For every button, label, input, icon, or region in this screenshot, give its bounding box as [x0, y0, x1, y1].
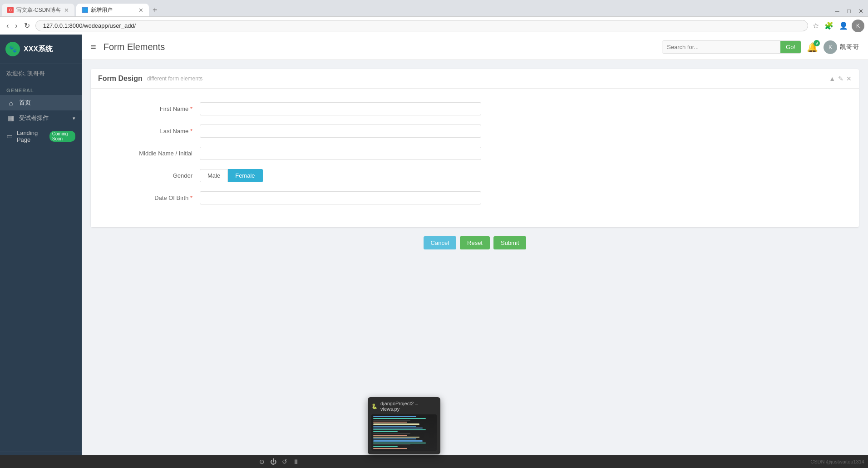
taskbar-popup-title: 🐍 djangoProject2 – views.py — [371, 401, 437, 412]
tab-close-csdn[interactable]: ✕ — [64, 7, 69, 14]
address-bar: ‹ › ↻ ☆ 🧩 👤 K — [0, 16, 868, 35]
code-line-9 — [373, 431, 398, 432]
sidebar-item-label-home: 首页 — [19, 99, 31, 107]
form-actions: Cancel Reset Submit — [91, 236, 859, 249]
card-title: Form Design — [98, 75, 143, 83]
code-line-14 — [373, 440, 423, 441]
sidebar-item-landing[interactable]: ▭ Landing Page Coming Soon — [0, 126, 82, 147]
window-controls: ─ □ ✕ — [832, 5, 868, 16]
card-actions: ▲ ✎ ✕ — [829, 75, 852, 82]
topbar: ≡ Form Elements Go! 🔔 9 K 凯哥哥 — [82, 35, 868, 60]
user-name: 凯哥哥 — [840, 43, 859, 51]
search-bar: Go! — [662, 40, 801, 54]
gender-female-button[interactable]: Female — [228, 169, 262, 182]
code-line-8 — [373, 429, 426, 430]
code-line-6 — [373, 426, 416, 427]
code-line-10 — [373, 433, 410, 434]
extensions-icon[interactable]: 🧩 — [823, 20, 835, 31]
last-name-label: Last Name * — [100, 128, 200, 134]
dob-label: Date Of Birth * — [100, 194, 200, 201]
card-collapse-button[interactable]: ▲ — [829, 75, 835, 82]
page-title: Form Elements — [104, 42, 662, 52]
gender-male-button[interactable]: Male — [200, 169, 228, 182]
card-subtitle: different form elements — [147, 75, 203, 82]
tab-close-new-user[interactable]: ✕ — [138, 7, 143, 14]
card-body: First Name * Last Name * — [91, 89, 859, 227]
landing-icon: ▭ — [6, 132, 13, 140]
address-input[interactable] — [35, 20, 808, 31]
home-icon: ⌂ — [6, 99, 15, 107]
python-icon: 🐍 — [371, 403, 378, 409]
sidebar-welcome: 欢迎你, 凯哥哥 — [0, 64, 82, 83]
code-line-2 — [373, 418, 426, 419]
card-close-button[interactable]: ✕ — [846, 75, 852, 82]
close-button[interactable]: ✕ — [855, 5, 866, 16]
middle-name-label: Middle Name / Initial — [100, 150, 200, 157]
required-marker-2: * — [190, 128, 192, 134]
card-edit-button[interactable]: ✎ — [838, 75, 843, 82]
code-preview — [371, 414, 437, 451]
taskbar-icons: ⊙ ⏻ ↺ ⏸ — [259, 458, 299, 465]
exam-icon: ▦ — [6, 114, 15, 122]
middle-name-input[interactable] — [200, 147, 481, 160]
required-marker-3: * — [190, 194, 192, 201]
user-avatar: K — [824, 40, 837, 54]
minimize-button[interactable]: ─ — [832, 5, 843, 16]
card-header: Form Design different form elements ▲ ✎ … — [91, 69, 859, 89]
notification-count: 9 — [814, 40, 820, 46]
search-go-button[interactable]: Go! — [780, 41, 801, 53]
tab-csdn[interactable]: C 写文章-CSDN博客 ✕ — [2, 4, 74, 16]
reset-button[interactable]: Reset — [460, 236, 490, 249]
code-line-16 — [373, 444, 410, 445]
gender-label: Gender — [100, 172, 200, 179]
forward-button[interactable]: › — [12, 20, 20, 31]
search-input[interactable] — [662, 41, 780, 53]
notification-bell[interactable]: 🔔 9 — [807, 42, 818, 53]
brand: 🐾 XXX系统 — [0, 35, 82, 64]
topbar-right: Go! 🔔 9 K 凯哥哥 — [662, 40, 859, 54]
cancel-button[interactable]: Cancel — [424, 236, 456, 249]
taskbar-refresh-icon[interactable]: ↺ — [282, 458, 287, 465]
code-line-17 — [373, 446, 398, 447]
watermark-text: CSDN @justwaitou1314 — [810, 459, 864, 464]
coming-soon-badge: Coming Soon — [49, 131, 75, 142]
tab-favicon-new-user: 🌐 — [82, 7, 88, 13]
chevron-down-icon: ▾ — [73, 115, 75, 121]
tab-new-user[interactable]: 🌐 新增用户 ✕ — [76, 4, 149, 16]
hamburger-icon[interactable]: ≡ — [91, 42, 96, 52]
main-content: ≡ Form Elements Go! 🔔 9 K 凯哥哥 — [82, 35, 868, 468]
code-line-7 — [373, 428, 423, 428]
new-tab-button[interactable]: + — [149, 4, 161, 16]
back-button[interactable]: ‹ — [4, 20, 11, 31]
form-group-middle-name: Middle Name / Initial — [100, 147, 850, 160]
last-name-input[interactable] — [200, 124, 481, 138]
sidebar-item-exam[interactable]: ▦ 受试者操作 ▾ — [0, 110, 82, 126]
dob-input[interactable] — [200, 191, 481, 204]
tab-label-new-user: 新增用户 — [91, 6, 113, 14]
form-group-gender: Gender Male Female — [100, 169, 850, 182]
taskbar-power-icon[interactable]: ⏻ — [270, 458, 276, 465]
submit-button[interactable]: Submit — [493, 236, 526, 249]
reload-button[interactable]: ↻ — [21, 20, 33, 31]
code-line-18 — [373, 448, 407, 449]
profile-avatar[interactable]: K — [852, 20, 864, 32]
bottom-taskbar: ⊙ ⏻ ↺ ⏸ CSDN @justwaitou1314 — [0, 455, 868, 468]
form-group-first-name: First Name * — [100, 102, 850, 115]
taskbar-popup-thumbnail — [371, 414, 437, 451]
maximize-button[interactable]: □ — [843, 5, 854, 16]
account-icon[interactable]: 👤 — [837, 20, 850, 31]
user-info[interactable]: K 凯哥哥 — [824, 40, 859, 54]
code-line-5 — [373, 423, 419, 424]
gender-button-group: Male Female — [200, 169, 263, 182]
first-name-input[interactable] — [200, 102, 481, 115]
taskbar-settings-icon[interactable]: ⊙ — [259, 458, 265, 465]
sidebar: 🐾 XXX系统 欢迎你, 凯哥哥 GENERAL ⌂ 首页 ▦ 受试者操作 ▾ … — [0, 35, 82, 468]
taskbar-pause-icon[interactable]: ⏸ — [293, 458, 299, 465]
sidebar-item-home[interactable]: ⌂ 首页 — [0, 95, 82, 110]
bookmark-icon[interactable]: ☆ — [811, 20, 821, 31]
code-line-12 — [373, 437, 419, 438]
brand-logo: 🐾 — [5, 42, 20, 56]
taskbar-popup: 🐍 djangoProject2 – views.py — [368, 397, 440, 454]
browser-icons: ☆ 🧩 👤 K — [811, 20, 864, 32]
sidebar-item-label-exam: 受试者操作 — [19, 114, 49, 122]
